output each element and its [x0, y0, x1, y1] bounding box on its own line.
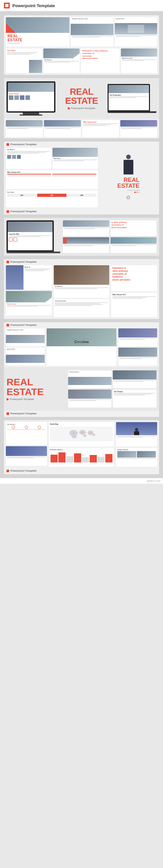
monitor-body: Get In Touch	[6, 81, 55, 113]
s4-icons	[9, 238, 52, 242]
t1	[7, 155, 11, 159]
s3-row1: Our Mission	[6, 148, 98, 169]
s3-l5	[53, 160, 84, 161]
wc-r1	[7, 174, 51, 175]
quote-text: Patriotism is often arbitraryveneration …	[82, 50, 118, 60]
s3-s1-content: Our Mission	[6, 148, 51, 160]
s7-left: Our Services	[6, 422, 47, 467]
main-content: REALESTATE Powerpoint Template Suitable …	[0, 11, 163, 478]
s6-bottom-label: Powerpoint Template	[4, 411, 159, 417]
s7-map-title: World Map	[50, 423, 113, 425]
label-dot-3	[6, 143, 9, 146]
team-row	[9, 95, 53, 100]
re-s4-l1	[114, 393, 156, 394]
icon-item-1	[7, 426, 20, 430]
w-line1	[122, 59, 156, 60]
s5-center: Our Mission Content Overview	[54, 265, 109, 317]
s7-icons-title: Our Services	[7, 424, 46, 425]
s5-house-content: House Listing	[6, 302, 52, 307]
page-title: Powerpoint Template	[12, 3, 55, 8]
s6-prop-img	[6, 335, 45, 343]
bar-5	[82, 457, 89, 463]
ap-img2	[137, 451, 156, 458]
s3-why-title: Why Choose Us?	[7, 171, 97, 173]
s3-slide2: Real Estate	[53, 148, 98, 169]
s6-re-text: REALESTATE Powerpoint Template	[6, 377, 65, 401]
re-s4-l2	[114, 394, 151, 395]
s6-cevalina-slide: ARCHITECTURE Cevalina PRESENTATION	[47, 329, 116, 366]
s5-about-img	[6, 265, 24, 290]
wc-l1	[7, 175, 51, 176]
s4-l2	[9, 236, 41, 237]
s-line1	[44, 61, 79, 62]
our-vision-slide: Our Vision	[6, 49, 42, 73]
s5-overview-slide: Content Overview	[54, 299, 109, 317]
s6-r1	[118, 329, 157, 346]
s6-re-display: REALESTATE Powerpoint Template Listing P…	[4, 367, 159, 411]
cl-l1	[7, 457, 46, 457]
s2-l4	[45, 128, 71, 129]
s2-l2	[7, 128, 28, 129]
a-l1	[24, 269, 51, 269]
s6-diamond	[6, 398, 9, 400]
s7-icons-slide: Our Services	[6, 422, 47, 445]
s7-analyze-slide: Analyze Property	[116, 448, 157, 467]
dot2	[136, 192, 138, 193]
re-s2-l2	[114, 381, 143, 382]
s5-left: About Us House Listing	[6, 265, 52, 317]
s5-interior-slide: Our Mission	[54, 265, 109, 298]
s6-label-text: Powerpoint Template	[10, 323, 36, 327]
service-title: Our Service	[44, 59, 79, 61]
icon-l3	[33, 429, 46, 430]
v-line3	[7, 54, 31, 55]
s6-re-s4-title: Our Project	[114, 391, 156, 393]
s6-r2-content	[118, 357, 157, 360]
s7-stats-title: Real Estate Statistics	[50, 449, 113, 451]
ppt-icon	[4, 3, 10, 8]
s4-right-grid: is often arbitraryveneration ofabove pri…	[63, 220, 157, 253]
why-img	[121, 49, 157, 57]
s3-s2-title: Real Estate	[53, 157, 97, 159]
agent-head	[135, 428, 138, 431]
service-img	[43, 49, 80, 58]
world-map-svg	[50, 427, 113, 441]
s4-l1	[9, 235, 52, 236]
re-s3-l1	[69, 399, 111, 400]
s6-re-s1: Listing Property	[68, 370, 112, 388]
s6-re-s2	[113, 370, 157, 388]
monitors-group: Get In Touch	[6, 81, 55, 116]
service-content: Our Service	[43, 58, 80, 63]
svg-point-10	[74, 436, 75, 437]
dot1	[134, 192, 136, 193]
subheadline-row: Powerpoint Template	[59, 107, 104, 110]
icon-item-3	[33, 426, 46, 430]
s4-quote: is often arbitraryveneration ofabove pri…	[111, 221, 156, 229]
main-headline: REALESTATE	[59, 87, 104, 105]
re-text-area: REALESTATE Powerpoint Template	[117, 177, 139, 193]
s4-screen-content: Lead the Way	[8, 232, 53, 243]
wy-l1	[112, 296, 156, 297]
footer-url: gfxtra.com	[147, 479, 160, 482]
s4-g1	[63, 220, 109, 236]
s5-label: Powerpoint Template	[4, 259, 159, 264]
re-s3-l2	[69, 400, 96, 401]
bar-6	[90, 455, 97, 463]
s2-title3: Why Choose Us?	[83, 121, 118, 123]
s6-re-sub: Powerpoint Template	[10, 398, 34, 401]
price-val-3: $39	[68, 194, 96, 196]
price-1: $19	[7, 194, 36, 197]
s5-interior-title: Our Mission	[55, 285, 108, 287]
s2-img4	[120, 120, 157, 127]
s6-r2-img	[118, 348, 157, 357]
vision-label: Our Vision	[7, 50, 41, 52]
v-line1	[7, 52, 37, 53]
s3-price-title: Price Table	[7, 191, 97, 193]
s4-screen-title: Lead the Way	[9, 233, 52, 235]
i-l2	[55, 288, 98, 289]
section-4: Lead the Way	[4, 218, 159, 256]
r2-l2	[119, 358, 141, 359]
person-figure	[123, 155, 134, 176]
s4-g4	[110, 237, 157, 253]
why-title: Why Choose Us?	[122, 57, 156, 59]
section-1: REALESTATE Powerpoint Template Suitable …	[4, 15, 159, 75]
